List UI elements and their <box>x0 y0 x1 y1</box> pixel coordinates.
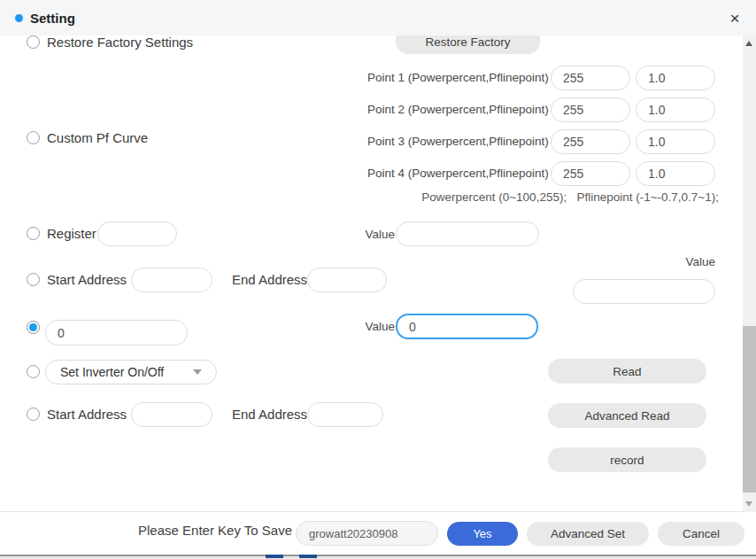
custom-register-value-label: Value <box>336 320 395 333</box>
point1-power-input[interactable] <box>551 66 630 90</box>
enter-key-label: Please Enter Key To Save <box>106 523 292 538</box>
yes-button[interactable]: Yes <box>447 522 518 546</box>
point2-label: Point 2 (Powerpercent,Pflinepoint) <box>367 103 540 116</box>
radio-address-range-1[interactable] <box>27 273 40 286</box>
scroll-up-icon[interactable] <box>745 41 752 46</box>
restore-factory-label: Restore Factory Settings <box>47 35 193 50</box>
vertical-scrollbar[interactable] <box>743 35 756 512</box>
advanced-read-button[interactable]: Advanced Read <box>548 403 706 428</box>
cancel-button[interactable]: Cancel <box>658 522 744 546</box>
end-address-2-label: End Address <box>232 407 307 422</box>
register-value-label: Value <box>336 228 395 241</box>
register-label: Register <box>47 226 96 241</box>
restore-factory-button[interactable]: Restore Factory <box>396 35 540 54</box>
end-address-1-input[interactable] <box>307 268 387 292</box>
custom-register-value-input[interactable] <box>396 314 538 339</box>
inverter-command-dropdown[interactable]: Set Inverter On/Off <box>45 360 217 384</box>
setting-dialog: Setting × Restore Factory Settings Resto… <box>0 0 756 559</box>
read-button[interactable]: Read <box>548 359 706 384</box>
taskbar-icon-sliver <box>266 555 283 558</box>
taskbar-icon-sliver <box>299 555 317 558</box>
title-bar: Setting × <box>0 0 756 35</box>
point1-pf-input[interactable] <box>636 66 715 90</box>
radio-address-range-2[interactable] <box>27 408 40 421</box>
point3-power-input[interactable] <box>551 129 630 154</box>
point1-label: Point 1 (Powerpercent,Pflinepoint) <box>367 71 540 84</box>
pf-range-note: Powerpercent (0~100,255); Pflinepoint (-… <box>354 190 719 204</box>
custom-register-address-input[interactable] <box>45 320 188 345</box>
register-input[interactable] <box>97 221 177 246</box>
point4-label: Point 4 (Powerpercent,Pflinepoint) <box>367 167 540 180</box>
end-address-1-label: End Address <box>232 272 307 287</box>
scrollbar-thumb[interactable] <box>743 326 756 493</box>
taskbar-edge <box>0 555 756 559</box>
radio-set-inverter[interactable] <box>27 365 40 378</box>
save-key-input[interactable] <box>296 521 438 546</box>
chevron-down-icon <box>193 369 202 375</box>
range-value-input[interactable] <box>573 279 715 304</box>
point4-power-input[interactable] <box>551 161 630 186</box>
point2-pf-input[interactable] <box>636 97 715 122</box>
point2-power-input[interactable] <box>551 97 630 122</box>
start-address-2-input[interactable] <box>131 402 212 427</box>
inverter-command-selected: Set Inverter On/Off <box>60 365 193 379</box>
radio-custom-register[interactable] <box>27 321 40 334</box>
custom-pf-curve-label: Custom Pf Curve <box>47 130 148 145</box>
advanced-set-button[interactable]: Advanced Set <box>527 522 649 546</box>
scroll-down-icon[interactable] <box>745 501 752 507</box>
start-address-1-label: Start Address <box>47 272 127 287</box>
register-value-input[interactable] <box>396 221 539 246</box>
close-icon[interactable]: × <box>724 7 745 28</box>
point4-pf-input[interactable] <box>636 161 715 186</box>
settings-content: Restore Factory Settings Restore Factory… <box>0 35 743 511</box>
radio-restore-factory[interactable] <box>27 35 40 49</box>
title-dot-icon <box>15 14 23 22</box>
taskbar-top-line <box>0 555 756 556</box>
point3-label: Point 3 (Powerpercent,Pflinepoint) <box>367 135 540 148</box>
radio-custom-pf-curve[interactable] <box>27 131 40 144</box>
record-button[interactable]: record <box>548 447 706 472</box>
range-value-label: Value <box>620 255 715 268</box>
footer-bar: Please Enter Key To Save Yes Advanced Se… <box>0 512 756 555</box>
radio-register[interactable] <box>27 227 40 240</box>
dialog-title: Setting <box>30 11 75 26</box>
start-address-1-input[interactable] <box>131 268 212 292</box>
start-address-2-label: Start Address <box>47 407 127 422</box>
point3-pf-input[interactable] <box>636 129 715 154</box>
end-address-2-input[interactable] <box>307 402 383 427</box>
